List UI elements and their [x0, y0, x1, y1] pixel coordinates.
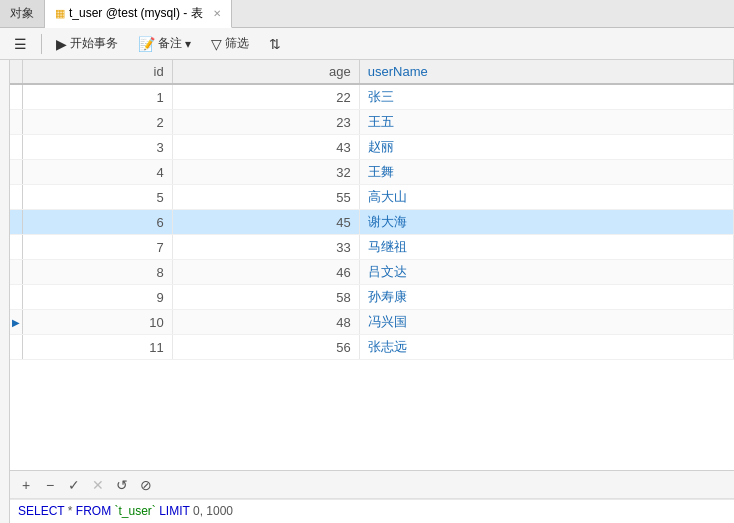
cell-age: 22	[172, 84, 359, 110]
cell-id: 1	[23, 84, 173, 110]
table-row[interactable]: 645谢大海	[10, 210, 734, 235]
table-row[interactable]: 223王五	[10, 110, 734, 135]
cell-id: 10	[23, 310, 173, 335]
table-row[interactable]: 846吕文达	[10, 260, 734, 285]
row-marker	[10, 185, 23, 210]
cell-age: 55	[172, 185, 359, 210]
row-marker	[10, 285, 23, 310]
tab-close-icon[interactable]: ✕	[213, 8, 221, 19]
row-marker	[10, 235, 23, 260]
table-row[interactable]: 958孙寿康	[10, 285, 734, 310]
cell-username: 孙寿康	[359, 285, 733, 310]
table-icon: ▦	[55, 7, 65, 20]
sort-button[interactable]: ⇅	[261, 33, 289, 55]
cell-id: 8	[23, 260, 173, 285]
cell-username: 冯兴国	[359, 310, 733, 335]
cell-username: 王五	[359, 110, 733, 135]
cell-age: 46	[172, 260, 359, 285]
sql-text: SELECT * FROM `t_user` LIMIT 0, 1000	[18, 504, 233, 518]
row-marker	[10, 135, 23, 160]
table-row[interactable]: 122张三	[10, 84, 734, 110]
notes-dropdown-icon: ▾	[185, 37, 191, 51]
cell-id: 3	[23, 135, 173, 160]
hamburger-icon: ☰	[14, 36, 27, 52]
tab-bar: 对象 ▦ t_user @test (mysql) - 表 ✕	[0, 0, 734, 28]
filter-label: 筛选	[225, 35, 249, 52]
col-header-username[interactable]: userName	[359, 60, 733, 84]
transaction-icon: ▶	[56, 36, 67, 52]
row-marker	[10, 84, 23, 110]
filter-button[interactable]: ▽ 筛选	[203, 32, 257, 55]
cell-age: 23	[172, 110, 359, 135]
table-row[interactable]: 733马继祖	[10, 235, 734, 260]
col-header-age[interactable]: age	[172, 60, 359, 84]
table-row[interactable]: ▶1048冯兴国	[10, 310, 734, 335]
table-wrapper[interactable]: id age userName 122张三223王五343赵丽432王舞555高…	[10, 60, 734, 470]
bottom-bar: + − ✓ ✕ ↺ ⊘ SELECT * FROM `t_user` LIMIT…	[10, 470, 734, 523]
filter-icon: ▽	[211, 36, 222, 52]
tab-objects[interactable]: 对象	[0, 0, 45, 27]
cell-username: 赵丽	[359, 135, 733, 160]
refresh-button[interactable]: ↺	[112, 475, 132, 495]
row-marker	[10, 335, 23, 360]
stop-button[interactable]: ⊘	[136, 475, 156, 495]
tab-table-label: t_user @test (mysql) - 表	[69, 5, 203, 22]
menu-button[interactable]: ☰	[6, 33, 35, 55]
row-marker: ▶	[10, 310, 23, 335]
data-table: id age userName 122张三223王五343赵丽432王舞555高…	[10, 60, 734, 360]
col-marker	[10, 60, 23, 84]
confirm-button[interactable]: ✓	[64, 475, 84, 495]
notes-icon: 📝	[138, 36, 155, 52]
cell-age: 43	[172, 135, 359, 160]
cell-username: 马继祖	[359, 235, 733, 260]
notes-label: 备注	[158, 35, 182, 52]
cell-username: 谢大海	[359, 210, 733, 235]
row-marker	[10, 210, 23, 235]
cell-id: 7	[23, 235, 173, 260]
cell-age: 33	[172, 235, 359, 260]
cell-id: 5	[23, 185, 173, 210]
sidebar	[0, 60, 10, 523]
cell-age: 58	[172, 285, 359, 310]
sql-bar: SELECT * FROM `t_user` LIMIT 0, 1000	[10, 499, 734, 523]
tab-objects-label: 对象	[10, 5, 34, 22]
table-row[interactable]: 432王舞	[10, 160, 734, 185]
cell-age: 56	[172, 335, 359, 360]
notes-button[interactable]: 📝 备注 ▾	[130, 32, 199, 55]
cell-username: 张三	[359, 84, 733, 110]
cell-id: 4	[23, 160, 173, 185]
sort-icon: ⇅	[269, 36, 281, 52]
table-row[interactable]: 555高大山	[10, 185, 734, 210]
cell-age: 48	[172, 310, 359, 335]
content-area: id age userName 122张三223王五343赵丽432王舞555高…	[10, 60, 734, 523]
cell-id: 2	[23, 110, 173, 135]
cell-age: 45	[172, 210, 359, 235]
start-transaction-button[interactable]: ▶ 开始事务	[48, 32, 126, 55]
start-transaction-label: 开始事务	[70, 35, 118, 52]
cell-username: 王舞	[359, 160, 733, 185]
cell-id: 9	[23, 285, 173, 310]
row-marker	[10, 260, 23, 285]
cell-username: 高大山	[359, 185, 733, 210]
toolbar: ☰ ▶ 开始事务 📝 备注 ▾ ▽ 筛选 ⇅	[0, 28, 734, 60]
cell-age: 32	[172, 160, 359, 185]
delete-row-button[interactable]: −	[40, 475, 60, 495]
cell-username: 张志远	[359, 335, 733, 360]
cell-id: 11	[23, 335, 173, 360]
add-row-button[interactable]: +	[16, 475, 36, 495]
cancel-button[interactable]: ✕	[88, 475, 108, 495]
cell-username: 吕文达	[359, 260, 733, 285]
cell-id: 6	[23, 210, 173, 235]
main-area: id age userName 122张三223王五343赵丽432王舞555高…	[0, 60, 734, 523]
table-row[interactable]: 1156张志远	[10, 335, 734, 360]
toolbar-separator-1	[41, 34, 42, 54]
table-row[interactable]: 343赵丽	[10, 135, 734, 160]
row-marker	[10, 160, 23, 185]
row-marker	[10, 110, 23, 135]
tab-table[interactable]: ▦ t_user @test (mysql) - 表 ✕	[45, 0, 232, 28]
bottom-toolbar: + − ✓ ✕ ↺ ⊘	[10, 471, 734, 499]
col-header-id[interactable]: id	[23, 60, 173, 84]
